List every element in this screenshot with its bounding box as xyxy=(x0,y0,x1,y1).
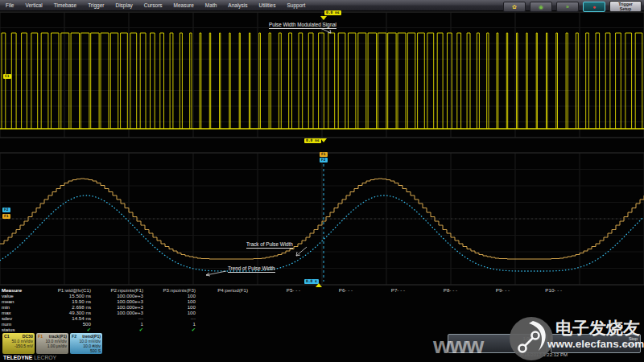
measure-cell xyxy=(518,310,570,315)
menu-item-measure[interactable]: Measure xyxy=(168,0,200,10)
measure-cell: --- xyxy=(99,315,151,321)
measure-cell xyxy=(518,304,570,310)
measure-cell xyxy=(413,310,465,315)
measure-cell xyxy=(204,315,256,321)
measure-col-header-p8[interactable]: P8- - - xyxy=(413,287,465,293)
pwm-waveform-grid xyxy=(0,10,644,139)
measure-cell xyxy=(361,321,413,327)
f2-trace-badge[interactable]: F2 xyxy=(2,208,10,212)
trigger-time-badge[interactable]: 0.0 ns xyxy=(324,10,341,15)
measure-cell: 500 xyxy=(47,321,99,327)
f1-descriptor-box[interactable]: F1 track(P1) 10.0 mV/div 1.00 µs/div xyxy=(36,333,68,354)
measure-cell xyxy=(308,327,361,332)
measure-row-label-max: max xyxy=(2,310,47,315)
toolbar-button-2[interactable]: ◉ xyxy=(530,2,552,12)
measure-row-label-num: num xyxy=(2,321,47,327)
measure-col-header-p9[interactable]: P9- - - xyxy=(465,287,518,293)
measure-cell xyxy=(361,315,413,321)
f1-hdiv: 1.00 µs/div xyxy=(38,343,67,348)
measure-cell: 100.000e+3 xyxy=(99,304,151,310)
toolbar-button-1[interactable]: ✿ xyxy=(503,2,526,12)
measure-cell: 100.000e+3 xyxy=(99,293,151,298)
brand-logo: TELEDYNE LECROY xyxy=(3,355,56,360)
mid-time-badge[interactable]: 0.0 ns xyxy=(304,138,321,143)
measure-cell xyxy=(413,298,465,304)
trigger-status: Stop xyxy=(554,336,638,342)
measure-cell xyxy=(256,298,308,304)
measure-cell xyxy=(204,293,256,298)
menu-item-file[interactable]: File xyxy=(0,0,19,10)
measure-col-header-p3[interactable]: P3:npoints(F3) xyxy=(151,287,204,293)
f1-trace-badge[interactable]: F1 xyxy=(2,214,10,219)
measure-cell xyxy=(518,293,570,298)
measure-cell xyxy=(204,298,256,304)
track-annotation: Track of Pulse Width xyxy=(246,241,293,249)
trigger-setup-button[interactable]: Trigger Setup xyxy=(609,1,642,12)
measure-cell xyxy=(361,298,413,304)
menu-item-utilities[interactable]: Utilities xyxy=(254,0,282,10)
measure-cell xyxy=(413,321,465,327)
measure-cell xyxy=(465,327,518,332)
toolbar-button-3[interactable]: » xyxy=(556,2,579,12)
brand-teledyne: TELEDYNE xyxy=(3,355,32,360)
menu-item-math[interactable]: Math xyxy=(200,0,222,10)
menu-item-vertical[interactable]: Vertical xyxy=(19,0,47,10)
f2-marker-badge[interactable]: F2 xyxy=(320,158,328,162)
c1-trace-badge[interactable]: C1 xyxy=(3,74,11,79)
measure-cell: 100 xyxy=(151,304,204,310)
measure-cell xyxy=(204,304,256,310)
measure-cell: 1 xyxy=(99,321,151,327)
measure-cell xyxy=(518,321,570,327)
f1-marker-badge[interactable]: F1 xyxy=(320,152,328,157)
low-trigger-marker-icon[interactable] xyxy=(316,283,322,287)
f2-descriptor-box[interactable]: F2 trend(P1) 10.0 mV/div 10.0 #/div 500 … xyxy=(70,333,102,354)
measure-cell xyxy=(256,327,308,332)
measure-col-header-p10[interactable]: P10- - - xyxy=(518,287,570,293)
measure-col-header-p7[interactable]: P7- - - xyxy=(361,287,413,293)
datetime-label: 8/16/2017 3:22:12 PM xyxy=(520,352,568,357)
trend-annotation: Trend of Pulse Width xyxy=(228,265,275,273)
measure-cell xyxy=(413,293,465,298)
c1-descriptor-box[interactable]: C1 DC50 50.0 mV/div -150.5 mV xyxy=(2,333,35,354)
menu-item-timebase[interactable]: Timebase xyxy=(48,0,82,10)
menu-item-analysis[interactable]: Analysis xyxy=(222,0,253,10)
measure-cell: 15.500 ns xyxy=(47,293,99,298)
measure-col-header-p2[interactable]: P2:npoints(F1) xyxy=(99,287,151,293)
c1-label: C1 xyxy=(4,334,10,339)
measure-col-header-p5[interactable]: P5- - - xyxy=(256,287,308,293)
measure-cell: 100 xyxy=(151,293,204,298)
measure-cell xyxy=(308,293,361,298)
timebase-box[interactable]: 1.00 µs/div xyxy=(448,334,547,353)
measure-cell: 100 xyxy=(151,310,204,315)
trigger-box[interactable]: Stop 0.0 mV xyxy=(551,334,641,353)
measure-cell xyxy=(361,310,413,315)
recall-waveform-icon: » xyxy=(566,4,569,10)
menu-bar: FileVerticalTimebaseTriggerDisplayCursor… xyxy=(0,0,644,10)
measure-col-header-p4[interactable]: P4:period(F1) xyxy=(204,287,256,293)
menu-item-trigger[interactable]: Trigger xyxy=(82,0,109,10)
c1-offset: -150.5 mV xyxy=(4,343,33,348)
menu-item-cursors[interactable]: Cursors xyxy=(138,0,168,10)
measure-cell xyxy=(256,310,308,315)
measure-cell xyxy=(465,315,518,321)
menu-item-support[interactable]: Support xyxy=(281,0,311,10)
measure-cell xyxy=(518,315,570,321)
measure-cell: ✔ xyxy=(99,327,151,332)
measure-cell xyxy=(256,304,308,310)
measure-cell xyxy=(204,321,256,327)
measure-row-label-sdev: sdev xyxy=(2,315,47,321)
menu-item-display[interactable]: Display xyxy=(109,0,138,10)
trigger-setup-label-2: Setup xyxy=(620,6,631,11)
measure-col-header-p1[interactable]: P1:wid@lv(C1) xyxy=(47,287,99,293)
mid-trigger-marker-icon[interactable] xyxy=(320,138,327,142)
measure-col-header-p6[interactable]: P6- - - xyxy=(308,287,361,293)
trigger-marker-icon[interactable] xyxy=(320,16,327,20)
measure-cell xyxy=(361,327,413,332)
measure-cell: ✔ xyxy=(47,327,99,332)
record-button[interactable]: ● xyxy=(583,2,605,12)
measure-row-label-measure: Measure xyxy=(2,287,47,293)
f2-label: F2 xyxy=(72,334,76,339)
measure-cell xyxy=(256,321,308,327)
measure-cell xyxy=(361,293,413,298)
measure-cell xyxy=(256,293,308,298)
